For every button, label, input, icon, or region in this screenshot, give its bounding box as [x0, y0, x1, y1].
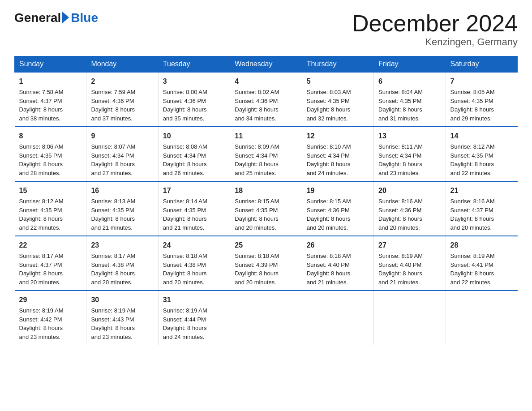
calendar-week-row: 8Sunrise: 8:06 AMSunset: 4:35 PMDaylight…: [15, 127, 518, 181]
day-number: 11: [235, 131, 297, 141]
calendar-cell: 21Sunrise: 8:16 AMSunset: 4:37 PMDayligh…: [446, 181, 517, 236]
day-number: 12: [307, 131, 369, 141]
day-info: Sunrise: 7:58 AMSunset: 4:37 PMDaylight:…: [19, 89, 64, 122]
calendar-cell: 13Sunrise: 8:11 AMSunset: 4:34 PMDayligh…: [374, 127, 446, 181]
calendar-header-friday: Friday: [374, 56, 446, 73]
day-info: Sunrise: 7:59 AMSunset: 4:36 PMDaylight:…: [91, 89, 135, 122]
calendar-cell: 29Sunrise: 8:19 AMSunset: 4:42 PMDayligh…: [15, 291, 86, 345]
calendar-cell: 2Sunrise: 7:59 AMSunset: 4:36 PMDaylight…: [86, 72, 158, 127]
day-number: 2: [91, 76, 153, 87]
page-header: General Blue December 2024 Kenzingen, Ge…: [14, 11, 518, 48]
day-number: 30: [91, 295, 153, 305]
day-info: Sunrise: 8:19 AMSunset: 4:41 PMDaylight:…: [450, 253, 495, 286]
day-number: 7: [450, 76, 513, 87]
day-number: 3: [163, 76, 225, 87]
calendar-subtitle: Kenzingen, Germany: [352, 36, 518, 48]
day-number: 8: [19, 131, 82, 141]
day-info: Sunrise: 8:12 AMSunset: 4:35 PMDaylight:…: [450, 143, 495, 176]
calendar-cell: 12Sunrise: 8:10 AMSunset: 4:34 PMDayligh…: [302, 127, 373, 181]
calendar-cell: 20Sunrise: 8:16 AMSunset: 4:36 PMDayligh…: [374, 181, 446, 236]
calendar-cell: 17Sunrise: 8:14 AMSunset: 4:35 PMDayligh…: [158, 181, 230, 236]
day-number: 29: [19, 295, 82, 305]
day-number: 28: [450, 240, 513, 251]
day-number: 13: [378, 131, 441, 141]
day-number: 19: [307, 185, 369, 196]
calendar-cell: 31Sunrise: 8:19 AMSunset: 4:44 PMDayligh…: [158, 291, 230, 345]
day-number: 9: [91, 131, 153, 141]
day-number: 17: [163, 185, 225, 196]
calendar-week-row: 29Sunrise: 8:19 AMSunset: 4:42 PMDayligh…: [15, 291, 518, 345]
day-info: Sunrise: 8:13 AMSunset: 4:35 PMDaylight:…: [91, 198, 135, 231]
calendar-cell: 1Sunrise: 7:58 AMSunset: 4:37 PMDaylight…: [15, 72, 86, 127]
day-number: 22: [19, 240, 82, 251]
day-info: Sunrise: 8:19 AMSunset: 4:42 PMDaylight:…: [19, 307, 64, 340]
day-info: Sunrise: 8:19 AMSunset: 4:43 PMDaylight:…: [91, 307, 135, 340]
day-number: 31: [163, 295, 225, 305]
day-number: 18: [235, 185, 297, 196]
calendar-table: SundayMondayTuesdayWednesdayThursdayFrid…: [14, 56, 518, 345]
calendar-cell: 3Sunrise: 8:00 AMSunset: 4:36 PMDaylight…: [158, 72, 230, 127]
calendar-header-saturday: Saturday: [446, 56, 517, 73]
calendar-cell: 28Sunrise: 8:19 AMSunset: 4:41 PMDayligh…: [446, 236, 517, 291]
logo-general-text: General: [14, 11, 61, 25]
day-info: Sunrise: 8:11 AMSunset: 4:34 PMDaylight:…: [378, 143, 423, 176]
calendar-cell: 4Sunrise: 8:02 AMSunset: 4:36 PMDaylight…: [230, 72, 302, 127]
day-info: Sunrise: 8:12 AMSunset: 4:35 PMDaylight:…: [19, 198, 64, 231]
title-block: December 2024 Kenzingen, Germany: [352, 11, 518, 48]
day-number: 1: [19, 76, 82, 87]
day-info: Sunrise: 8:07 AMSunset: 4:34 PMDaylight:…: [91, 143, 135, 176]
calendar-header-row: SundayMondayTuesdayWednesdayThursdayFrid…: [15, 56, 518, 73]
calendar-cell: 11Sunrise: 8:09 AMSunset: 4:34 PMDayligh…: [230, 127, 302, 181]
calendar-header-wednesday: Wednesday: [230, 56, 302, 73]
calendar-cell: 9Sunrise: 8:07 AMSunset: 4:34 PMDaylight…: [86, 127, 158, 181]
day-number: 21: [450, 185, 513, 196]
calendar-cell: 30Sunrise: 8:19 AMSunset: 4:43 PMDayligh…: [86, 291, 158, 345]
day-info: Sunrise: 8:17 AMSunset: 4:38 PMDaylight:…: [91, 253, 135, 286]
calendar-cell: 23Sunrise: 8:17 AMSunset: 4:38 PMDayligh…: [86, 236, 158, 291]
calendar-cell: 16Sunrise: 8:13 AMSunset: 4:35 PMDayligh…: [86, 181, 158, 236]
day-info: Sunrise: 8:17 AMSunset: 4:37 PMDaylight:…: [19, 253, 64, 286]
day-info: Sunrise: 8:09 AMSunset: 4:34 PMDaylight:…: [235, 143, 279, 176]
calendar-week-row: 15Sunrise: 8:12 AMSunset: 4:35 PMDayligh…: [15, 181, 518, 236]
logo-blue-text: Blue: [71, 11, 98, 25]
day-info: Sunrise: 8:06 AMSunset: 4:35 PMDaylight:…: [19, 143, 64, 176]
day-info: Sunrise: 8:18 AMSunset: 4:39 PMDaylight:…: [235, 253, 279, 286]
day-info: Sunrise: 8:05 AMSunset: 4:35 PMDaylight:…: [450, 89, 495, 122]
day-info: Sunrise: 8:15 AMSunset: 4:35 PMDaylight:…: [235, 198, 279, 231]
day-info: Sunrise: 8:18 AMSunset: 4:40 PMDaylight:…: [307, 253, 351, 286]
calendar-cell: 27Sunrise: 8:19 AMSunset: 4:40 PMDayligh…: [374, 236, 446, 291]
calendar-body: 1Sunrise: 7:58 AMSunset: 4:37 PMDaylight…: [15, 72, 518, 345]
day-number: 4: [235, 76, 297, 87]
day-number: 26: [307, 240, 369, 251]
calendar-week-row: 1Sunrise: 7:58 AMSunset: 4:37 PMDaylight…: [15, 72, 518, 127]
calendar-cell: 26Sunrise: 8:18 AMSunset: 4:40 PMDayligh…: [302, 236, 373, 291]
day-number: 25: [235, 240, 297, 251]
day-number: 23: [91, 240, 153, 251]
logo-triangle-icon: [62, 11, 69, 24]
calendar-header-sunday: Sunday: [15, 56, 86, 73]
calendar-cell: 19Sunrise: 8:15 AMSunset: 4:36 PMDayligh…: [302, 181, 373, 236]
day-number: 15: [19, 185, 82, 196]
calendar-cell: [302, 291, 373, 345]
day-number: 24: [163, 240, 225, 251]
calendar-title: December 2024: [352, 11, 518, 36]
day-number: 20: [378, 185, 441, 196]
day-number: 14: [450, 131, 513, 141]
day-info: Sunrise: 8:14 AMSunset: 4:35 PMDaylight:…: [163, 198, 207, 231]
calendar-cell: 24Sunrise: 8:18 AMSunset: 4:38 PMDayligh…: [158, 236, 230, 291]
calendar-cell: 25Sunrise: 8:18 AMSunset: 4:39 PMDayligh…: [230, 236, 302, 291]
calendar-header-thursday: Thursday: [302, 56, 373, 73]
calendar-cell: [374, 291, 446, 345]
day-number: 10: [163, 131, 225, 141]
day-number: 16: [91, 185, 153, 196]
calendar-cell: 18Sunrise: 8:15 AMSunset: 4:35 PMDayligh…: [230, 181, 302, 236]
day-info: Sunrise: 8:16 AMSunset: 4:36 PMDaylight:…: [378, 198, 423, 231]
calendar-cell: [446, 291, 517, 345]
logo: General Blue: [14, 11, 98, 25]
calendar-cell: 10Sunrise: 8:08 AMSunset: 4:34 PMDayligh…: [158, 127, 230, 181]
calendar-cell: 15Sunrise: 8:12 AMSunset: 4:35 PMDayligh…: [15, 181, 86, 236]
day-info: Sunrise: 8:19 AMSunset: 4:44 PMDaylight:…: [163, 307, 207, 340]
day-info: Sunrise: 8:04 AMSunset: 4:35 PMDaylight:…: [378, 89, 423, 122]
calendar-header-monday: Monday: [86, 56, 158, 73]
day-info: Sunrise: 8:00 AMSunset: 4:36 PMDaylight:…: [163, 89, 207, 122]
